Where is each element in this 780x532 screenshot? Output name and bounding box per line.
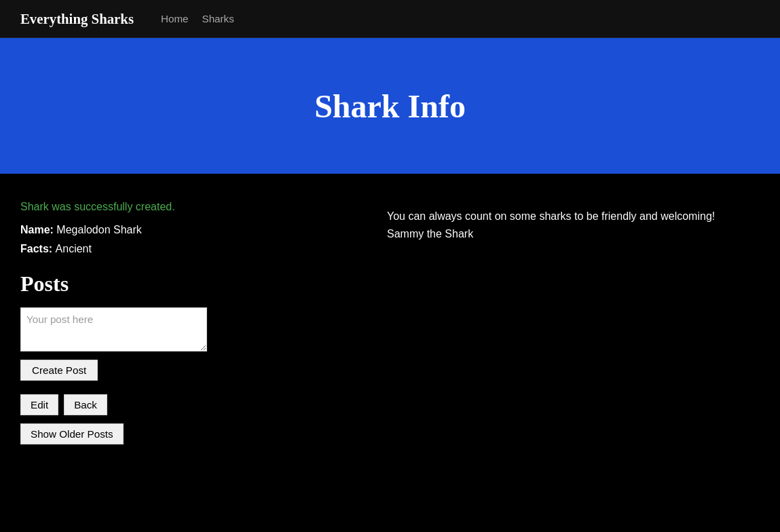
back-button[interactable]: Back bbox=[64, 394, 107, 415]
navbar: Everything Sharks Home Sharks bbox=[0, 0, 780, 38]
shark-facts-value: Ancient bbox=[56, 243, 92, 254]
hero-banner: Shark Info bbox=[0, 38, 780, 174]
shark-name-row: Name: Megalodon Shark bbox=[20, 224, 346, 236]
nav-link-home[interactable]: Home bbox=[161, 13, 189, 24]
nav-link-sharks[interactable]: Sharks bbox=[202, 13, 234, 24]
posts-heading: Posts bbox=[20, 271, 346, 297]
navbar-links: Home Sharks bbox=[161, 13, 234, 24]
shark-description: You can always count on some sharks to b… bbox=[387, 208, 726, 225]
shark-name-label: Name: bbox=[20, 224, 56, 235]
hero-title: Shark Info bbox=[314, 88, 466, 125]
shark-facts-label: Facts: bbox=[20, 243, 56, 254]
shark-name-value: Megalodon Shark bbox=[56, 224, 141, 235]
action-buttons: Edit Back bbox=[20, 394, 346, 415]
main-content: Shark was successfully created. Name: Me… bbox=[0, 174, 780, 472]
right-column: You can always count on some sharks to b… bbox=[387, 201, 726, 444]
shark-facts-row: Facts: Ancient bbox=[20, 243, 346, 255]
post-input[interactable] bbox=[20, 307, 207, 352]
show-older-posts-button[interactable]: Show Older Posts bbox=[20, 423, 124, 444]
shark-contributor: Sammy the Shark bbox=[387, 228, 726, 240]
left-column: Shark was successfully created. Name: Me… bbox=[20, 201, 346, 444]
create-post-button[interactable]: Create Post bbox=[20, 360, 98, 381]
edit-button[interactable]: Edit bbox=[20, 394, 58, 415]
success-message: Shark was successfully created. bbox=[20, 201, 346, 213]
navbar-brand[interactable]: Everything Sharks bbox=[20, 11, 134, 27]
